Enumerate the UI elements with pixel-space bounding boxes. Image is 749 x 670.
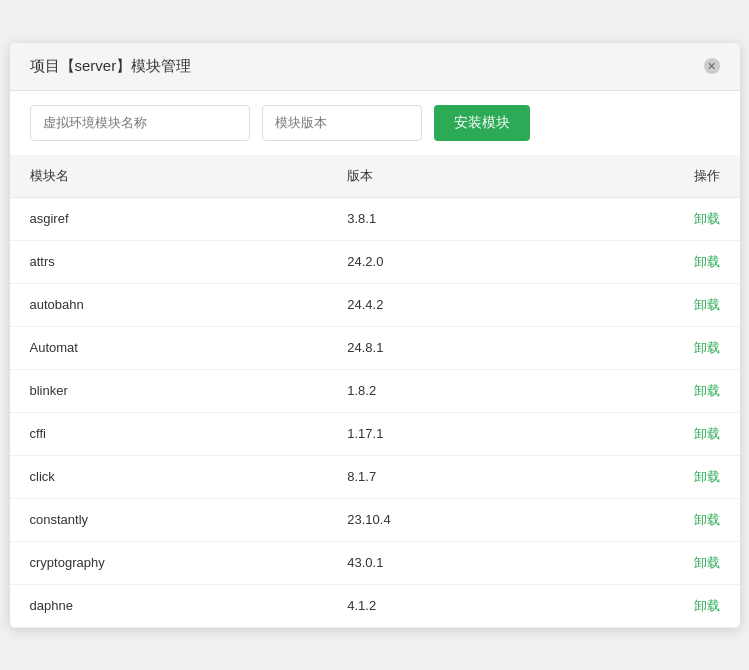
module-version-cell: 23.10.4: [327, 498, 557, 541]
unload-button[interactable]: 卸载: [694, 297, 720, 312]
module-version-cell: 4.1.2: [327, 584, 557, 627]
page-title: 项目【server】模块管理: [30, 57, 192, 76]
module-name-cell: daphne: [10, 584, 328, 627]
col-header-action: 操作: [557, 155, 739, 198]
module-version-cell: 1.17.1: [327, 412, 557, 455]
module-version-cell: 24.8.1: [327, 326, 557, 369]
module-name-cell: cffi: [10, 412, 328, 455]
module-name-cell: Automat: [10, 326, 328, 369]
module-name-cell: autobahn: [10, 283, 328, 326]
module-version-cell: 24.4.2: [327, 283, 557, 326]
table-body: asgiref3.8.1卸载attrs24.2.0卸载autobahn24.4.…: [10, 197, 740, 627]
module-name-cell: click: [10, 455, 328, 498]
module-name-input[interactable]: [30, 105, 250, 141]
col-header-version: 版本: [327, 155, 557, 198]
module-table: 模块名 版本 操作 asgiref3.8.1卸载attrs24.2.0卸载aut…: [10, 155, 740, 628]
table-row: asgiref3.8.1卸载: [10, 197, 740, 240]
unload-button[interactable]: 卸载: [694, 598, 720, 613]
module-version-cell: 24.2.0: [327, 240, 557, 283]
unload-button[interactable]: 卸载: [694, 469, 720, 484]
unload-button[interactable]: 卸载: [694, 555, 720, 570]
table-row: cffi1.17.1卸载: [10, 412, 740, 455]
module-action-cell: 卸载: [557, 240, 739, 283]
module-name-cell: asgiref: [10, 197, 328, 240]
module-action-cell: 卸载: [557, 369, 739, 412]
module-version-input[interactable]: [262, 105, 422, 141]
table-header-row: 模块名 版本 操作: [10, 155, 740, 198]
table-row: attrs24.2.0卸载: [10, 240, 740, 283]
table-row: Automat24.8.1卸载: [10, 326, 740, 369]
table-row: autobahn24.4.2卸载: [10, 283, 740, 326]
title-bar: 项目【server】模块管理 ✕: [10, 43, 740, 91]
module-table-container: 模块名 版本 操作 asgiref3.8.1卸载attrs24.2.0卸载aut…: [10, 155, 740, 628]
module-version-cell: 43.0.1: [327, 541, 557, 584]
unload-button[interactable]: 卸载: [694, 211, 720, 226]
unload-button[interactable]: 卸载: [694, 340, 720, 355]
table-row: daphne4.1.2卸载: [10, 584, 740, 627]
unload-button[interactable]: 卸载: [694, 254, 720, 269]
unload-button[interactable]: 卸载: [694, 426, 720, 441]
module-name-cell: attrs: [10, 240, 328, 283]
module-action-cell: 卸载: [557, 455, 739, 498]
module-action-cell: 卸载: [557, 541, 739, 584]
table-row: cryptography43.0.1卸载: [10, 541, 740, 584]
module-version-cell: 8.1.7: [327, 455, 557, 498]
module-action-cell: 卸载: [557, 584, 739, 627]
unload-button[interactable]: 卸载: [694, 383, 720, 398]
main-window: 项目【server】模块管理 ✕ 安装模块 模块名 版本 操作 asgiref3…: [10, 43, 740, 628]
col-header-module-name: 模块名: [10, 155, 328, 198]
module-version-cell: 1.8.2: [327, 369, 557, 412]
table-row: blinker1.8.2卸载: [10, 369, 740, 412]
module-action-cell: 卸载: [557, 498, 739, 541]
module-name-cell: blinker: [10, 369, 328, 412]
module-action-cell: 卸载: [557, 412, 739, 455]
toolbar: 安装模块: [10, 91, 740, 155]
table-row: click8.1.7卸载: [10, 455, 740, 498]
module-action-cell: 卸载: [557, 197, 739, 240]
module-name-cell: constantly: [10, 498, 328, 541]
table-row: constantly23.10.4卸载: [10, 498, 740, 541]
module-name-cell: cryptography: [10, 541, 328, 584]
close-button[interactable]: ✕: [704, 58, 720, 74]
module-action-cell: 卸载: [557, 283, 739, 326]
module-action-cell: 卸载: [557, 326, 739, 369]
install-button[interactable]: 安装模块: [434, 105, 530, 141]
unload-button[interactable]: 卸载: [694, 512, 720, 527]
module-version-cell: 3.8.1: [327, 197, 557, 240]
